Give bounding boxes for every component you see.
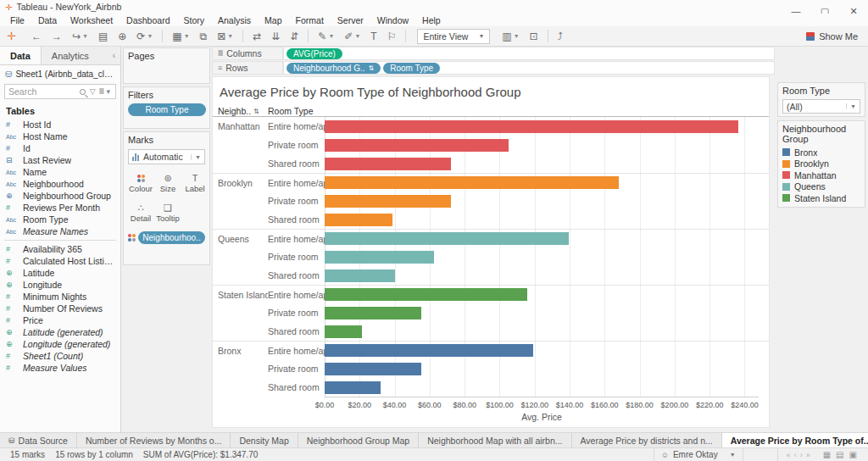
- colour-button[interactable]: Colour: [128, 169, 153, 197]
- bar-manhattan[interactable]: [325, 120, 738, 133]
- field-last-review[interactable]: ⊟Last Review: [0, 154, 120, 166]
- columns-shelf-body[interactable]: AVG(Price): [283, 47, 775, 60]
- view-options-icon[interactable]: Ⅲ ▾: [97, 87, 112, 96]
- field-host-id[interactable]: #Host Id: [0, 119, 120, 131]
- tab-data[interactable]: Data: [0, 47, 42, 64]
- show-hide-cards-icon[interactable]: ▥▼: [497, 31, 524, 42]
- bar-staten-island[interactable]: [325, 325, 362, 338]
- shelf-pill-room-type[interactable]: Room Type: [383, 63, 440, 74]
- text-label-icon[interactable]: T: [365, 31, 381, 42]
- sheet-tab-average-price-by-room-type-of-[interactable]: Average Price by Room Type of...: [722, 433, 868, 447]
- legend-item-manhattan[interactable]: Manhattan: [782, 169, 860, 181]
- sheet-navigation[interactable]: « ‹ › »: [777, 448, 819, 461]
- field-sheet1-count-[interactable]: #Sheet1 (Count): [0, 350, 120, 362]
- sheet-tab-data-source[interactable]: ⛁Data Source: [0, 433, 77, 447]
- user-menu[interactable]: ☺ Emre Oktay ▼: [654, 448, 743, 461]
- show-tabs-icon[interactable]: ▦: [823, 450, 831, 459]
- fix-axes-icon[interactable]: ⚐: [382, 31, 402, 42]
- marks-pill-neighbourhood[interactable]: Neighbourhoo..: [138, 231, 205, 244]
- filter-fields-icon[interactable]: ▽: [88, 87, 97, 96]
- bar-queens[interactable]: [325, 269, 395, 282]
- field-host-name[interactable]: AbcHost Name: [0, 131, 120, 142]
- back-icon[interactable]: ←: [26, 31, 47, 42]
- shelf-pill-neighbourhood-g-[interactable]: Neighbourhood G..⇅: [287, 63, 381, 74]
- menu-item-data[interactable]: Data: [31, 15, 64, 25]
- legend-item-queens[interactable]: Queens: [782, 181, 860, 193]
- field-room-type[interactable]: AbcRoom Type: [0, 214, 120, 225]
- menu-item-window[interactable]: Window: [370, 15, 415, 25]
- new-datasource-icon[interactable]: ⊕: [113, 31, 131, 42]
- field-availability-365[interactable]: #Availability 365: [0, 243, 120, 255]
- menu-item-format[interactable]: Format: [289, 15, 331, 25]
- refresh-icon[interactable]: ⟳▼: [131, 31, 158, 42]
- first-sheet-icon[interactable]: «: [787, 451, 791, 459]
- bar-queens[interactable]: [325, 251, 434, 264]
- tab-analytics[interactable]: Analytics: [42, 47, 99, 64]
- highlight-icon[interactable]: ✎▼: [313, 31, 339, 42]
- bar-queens[interactable]: [325, 232, 569, 245]
- field-latitude-generated-[interactable]: ⊕Latitude (generated): [0, 326, 120, 338]
- field-longitude[interactable]: ⊕Longitude: [0, 279, 120, 291]
- field-neighbourhood-group[interactable]: ⊕Neighbourhood Group: [0, 190, 120, 202]
- search-input[interactable]: [8, 86, 77, 97]
- field-neighbourhood[interactable]: AbcNeighbourhood: [0, 178, 120, 190]
- bar-bronx[interactable]: [325, 363, 421, 375]
- sheet-tab-neighborhood-map-with-all-airb[interactable]: Neighborhood Map with all airbn...: [419, 433, 571, 447]
- bar-staten-island[interactable]: [325, 288, 527, 301]
- replay-icon[interactable]: ↪▼: [67, 31, 93, 42]
- format-drop-icon[interactable]: ✐▼: [339, 31, 365, 42]
- swap-axes-icon[interactable]: ⇄: [248, 31, 266, 42]
- label-button[interactable]: TLabel: [182, 169, 208, 197]
- show-sheet-icon[interactable]: ▣: [849, 450, 857, 459]
- sort-descending-icon[interactable]: ⇵: [285, 31, 303, 42]
- menu-item-story[interactable]: Story: [176, 15, 211, 25]
- save-icon[interactable]: ▤: [93, 31, 113, 42]
- fit-view-dropdown[interactable]: Entire View ▼: [417, 29, 490, 44]
- field-latitude[interactable]: ⊕Latitude: [0, 267, 120, 279]
- data-connection[interactable]: ⛁ Sheet1 (Airbnb_data_clea...: [0, 65, 120, 82]
- rows-shelf-body[interactable]: Neighbourhood G..⇅Room Type: [283, 61, 775, 75]
- menu-item-worksheet[interactable]: Worksheet: [64, 15, 120, 25]
- bar-brooklyn[interactable]: [325, 176, 619, 189]
- menu-item-analysis[interactable]: Analysis: [211, 15, 258, 25]
- legend-item-bronx[interactable]: Bronx: [782, 147, 860, 158]
- bar-manhattan[interactable]: [325, 139, 509, 152]
- legend-item-brooklyn[interactable]: Brooklyn: [782, 158, 860, 170]
- sheet-tab-number-of-reviews-by-months-o-[interactable]: Number of Reviews by Months o...: [77, 433, 231, 447]
- show-me-button[interactable]: Show Me: [806, 31, 858, 42]
- sort-icon[interactable]: ⇅: [253, 108, 259, 115]
- field-name[interactable]: AbcName: [0, 166, 120, 178]
- field-id[interactable]: #Id: [0, 142, 120, 154]
- bar-brooklyn[interactable]: [325, 195, 451, 208]
- sort-ascending-icon[interactable]: ⇊: [266, 31, 285, 42]
- detail-button[interactable]: ∴Detail: [128, 198, 153, 226]
- collapse-pane-icon[interactable]: ‹: [108, 47, 120, 64]
- header-room-type[interactable]: Room Type: [268, 106, 325, 116]
- sheet-tab-neighborhood-group-map[interactable]: Neighborhood Group Map: [298, 433, 419, 447]
- field-number-of-reviews[interactable]: #Number Of Reviews: [0, 303, 120, 314]
- menu-item-dashboard[interactable]: Dashboard: [120, 15, 176, 25]
- menu-item-help[interactable]: Help: [415, 15, 448, 25]
- header-neighbourhood[interactable]: Neighb.. ⇅: [218, 106, 268, 116]
- shelf-pill-avg-price-[interactable]: AVG(Price): [287, 48, 342, 59]
- mark-type-dropdown[interactable]: Automatic ▼: [128, 149, 205, 164]
- room-type-filter-dropdown[interactable]: (All) ▼: [782, 99, 860, 114]
- forward-icon[interactable]: →: [47, 31, 67, 42]
- bar-staten-island[interactable]: [325, 307, 421, 319]
- filter-pill-room-type[interactable]: Room Type: [128, 103, 206, 116]
- share-icon[interactable]: ⤴: [553, 31, 568, 42]
- field-price[interactable]: #Price: [0, 314, 120, 326]
- field-measure-names[interactable]: AbcMeasure Names: [0, 225, 120, 237]
- sheet-tab-density-map[interactable]: Density Map: [231, 433, 298, 447]
- view-switcher[interactable]: ▦ ▤ ▣: [819, 448, 868, 461]
- bar-manhattan[interactable]: [325, 158, 451, 170]
- presentation-icon[interactable]: ⊡: [525, 31, 543, 42]
- menu-item-file[interactable]: File: [3, 15, 31, 25]
- next-sheet-icon[interactable]: ›: [800, 451, 803, 459]
- legend-item-staten-island[interactable]: Staten Island: [782, 192, 860, 204]
- size-button[interactable]: ⊚Size: [155, 169, 181, 197]
- menu-item-server[interactable]: Server: [331, 15, 370, 25]
- duplicate-icon[interactable]: ⧉: [195, 31, 213, 42]
- sheet-tab-average-price-by-districts-and[interactable]: Average Price by districts and n...: [572, 433, 722, 447]
- field-measure-values[interactable]: #Measure Values: [0, 362, 120, 374]
